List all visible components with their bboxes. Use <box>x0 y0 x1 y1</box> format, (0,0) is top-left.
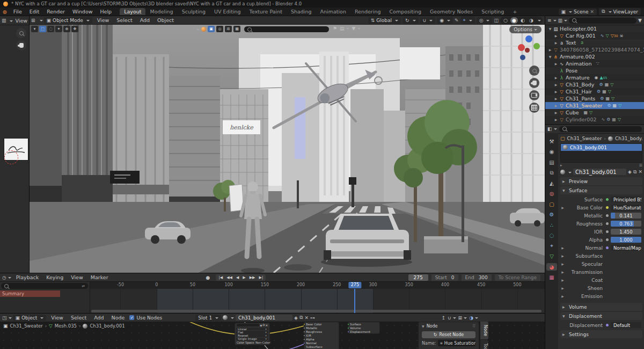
marker-flag-icon[interactable]: ⚑ <box>333 26 337 31</box>
node-row[interactable]: Alpha 1.000 <box>304 337 339 341</box>
transport-button[interactable]: ▶ <box>241 274 247 281</box>
outliner-row[interactable]: ▶ λ Armature ◉▲65 <box>545 74 644 81</box>
overlap-icon[interactable]: ◎ <box>216 26 223 32</box>
input-socket[interactable] <box>303 327 305 329</box>
overlays-icon[interactable]: ⊞ <box>458 315 467 321</box>
display-mode-icon[interactable]: ≡ <box>547 18 557 23</box>
active-tool-icon[interactable]: ▾ <box>31 26 38 32</box>
3d-viewport[interactable]: ⊞ ▣Object Mode ViewSelectAddObject ⇅Glob… <box>30 16 545 273</box>
menu-item[interactable]: Add <box>136 17 153 23</box>
data-badge-icon[interactable]: ∵ <box>596 61 599 66</box>
node-row[interactable]: Base Color <box>304 322 339 326</box>
data-badge-icon[interactable]: ∿ <box>601 33 604 38</box>
node-row[interactable]: IOR 1.450 <box>304 333 339 337</box>
properties-tab[interactable]: ◭ <box>546 179 557 187</box>
pin-icon[interactable]: ⊶ <box>310 315 315 321</box>
outliner-search[interactable] <box>569 18 636 24</box>
property-row[interactable]: ▶ Specular <box>560 260 642 268</box>
data-badge-icon[interactable]: ▦ <box>602 89 606 94</box>
move-tool[interactable]: ✥ <box>71 26 78 32</box>
transport-button[interactable]: ▶| <box>258 274 265 281</box>
property-control[interactable]: 1.000 <box>611 237 641 243</box>
snap-toggle[interactable]: ▣ <box>208 26 215 32</box>
playhead-frame-badge[interactable]: 275 <box>349 282 361 288</box>
unlink-material-button[interactable]: ✕ <box>638 169 642 174</box>
axis-z-ball[interactable] <box>525 35 532 42</box>
data-badge-icon[interactable]: ⚙ <box>597 89 601 94</box>
menu-item[interactable]: File <box>10 9 26 14</box>
outliner-row[interactable]: ▶ ▽ Ch31_Pants ⚙▦▽ <box>545 95 644 102</box>
workspace-tab[interactable]: Modeling <box>145 8 177 15</box>
expander-icon[interactable]: ▶ <box>560 270 565 274</box>
proportional-edit-selector[interactable]: ◉ <box>437 17 453 24</box>
outliner-row[interactable]: ▶ ▽ Cylinder002 ∿⚙▦▽ <box>545 116 644 123</box>
use-nodes-checkbox[interactable]: ✓ <box>129 315 134 320</box>
pan-tool-button[interactable] <box>16 40 26 50</box>
filter-funnel-icon[interactable]: ▼ <box>352 26 361 31</box>
input-socket[interactable] <box>303 335 305 337</box>
properties-tab[interactable]: ◌ <box>546 232 557 239</box>
expander-icon[interactable]: ▶ <box>553 118 559 121</box>
properties-search[interactable] <box>559 126 642 132</box>
slot-expander-icon[interactable]: ▸ <box>560 163 562 168</box>
expander-icon[interactable]: ▶ <box>560 278 565 282</box>
copy-material-button[interactable]: ⧉ <box>633 169 636 175</box>
data-badge-icon[interactable]: ◉ <box>595 75 598 80</box>
menu-item[interactable]: Edit <box>26 9 43 14</box>
material-browse-icon[interactable] <box>560 170 565 174</box>
axis-x-ball[interactable] <box>518 44 525 51</box>
channel-search[interactable]: ⇌ <box>1 283 88 289</box>
material-name-field[interactable]: Ch31_body.001 <box>573 169 626 175</box>
input-socket[interactable] <box>347 327 349 329</box>
material-preview-button[interactable]: ◐ <box>519 17 526 24</box>
shader-type-selector[interactable]: ▣Object <box>13 315 47 321</box>
editor-type-icon[interactable]: ⊞ <box>30 18 37 23</box>
options-button[interactable]: Options <box>509 26 541 33</box>
unlink-scene-icon[interactable]: ✕ <box>590 9 595 14</box>
record-button[interactable]: ● <box>204 274 212 281</box>
node-canvas[interactable]: ▣Ch31_Sweater › ▽Mesh.035 › Ch31_body.00… <box>0 322 545 349</box>
editor-type-icon[interactable]: ◳ <box>2 315 12 321</box>
property-row[interactable]: ▶ Base Color Hue/Saturation/Value <box>560 203 642 212</box>
viewport-canvas[interactable]: henlcke <box>30 25 545 273</box>
outliner-row[interactable]: ▶ ▽ Ch31_Sweater ⚙▦▽ <box>545 102 644 109</box>
wireframe-shading-button[interactable]: ○ <box>502 17 509 24</box>
axis-z-neg-ball[interactable] <box>520 55 525 60</box>
color-space-value[interactable]: Non-Color <box>254 341 271 344</box>
property-control[interactable]: Default <box>611 322 641 328</box>
workspace-tab[interactable]: Rendering <box>350 8 385 15</box>
material-slot-list[interactable]: Ch31_body.001 <box>560 143 642 163</box>
transport-button[interactable]: ▶▶ <box>248 274 257 281</box>
menu-item[interactable]: Add <box>90 315 107 321</box>
node-socket-dot[interactable] <box>606 206 609 209</box>
property-row[interactable]: ▶ Emission <box>560 292 642 300</box>
editor-type-icon[interactable]: ▥ <box>0 18 8 23</box>
menu-item[interactable]: View <box>93 17 113 23</box>
property-control[interactable]: 0.763 <box>611 221 641 227</box>
data-badge-icon[interactable]: ▽ <box>606 33 609 38</box>
editor-type-icon[interactable]: ◷ <box>2 275 11 280</box>
input-socket[interactable] <box>303 342 305 344</box>
node-socket-dot[interactable] <box>606 324 609 326</box>
outliner-row[interactable]: ▼ ▤ Helicopter.001 <box>545 25 644 32</box>
data-badge-icon[interactable]: ⚙ <box>607 103 611 108</box>
viewport-pan-button[interactable] <box>529 78 539 88</box>
pivot-point-selector[interactable]: ↻ <box>402 17 419 24</box>
channel-filter-icon[interactable]: ⇌ <box>82 284 85 288</box>
workspace-tab[interactable]: Animation <box>316 8 350 15</box>
menu-item[interactable]: Node <box>108 315 129 321</box>
node-row[interactable]: Subsurface <box>304 345 339 348</box>
menu-item[interactable]: View <box>13 18 29 24</box>
properties-tab[interactable]: ◉ <box>546 148 557 156</box>
data-badge-icon[interactable]: ▦ <box>605 82 609 87</box>
data-badge-icon[interactable]: ⚙ <box>606 117 610 122</box>
node-socket-dot[interactable] <box>606 246 609 249</box>
mode-selector[interactable]: ▣Object Mode <box>44 17 92 24</box>
menu-item[interactable]: Marker <box>87 274 112 280</box>
menu-item[interactable]: View <box>47 315 67 321</box>
expander-icon[interactable]: ▶ <box>553 111 559 114</box>
outliner-row[interactable]: ▶ ▽ Ch31_Hair ⚙▦▽ <box>545 88 644 95</box>
data-badge-icon[interactable]: ▽ <box>610 82 613 87</box>
side-tab[interactable]: Tool <box>480 340 488 349</box>
workspace-tab[interactable]: Geometry Nodes <box>426 8 477 15</box>
